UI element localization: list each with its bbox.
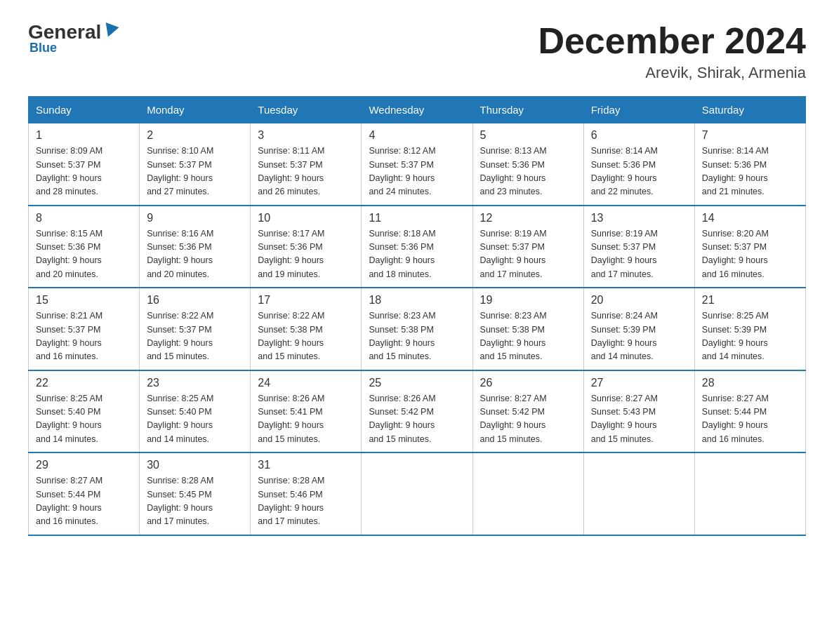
day-number: 12 bbox=[480, 212, 576, 224]
calendar-cell: 31Sunrise: 8:28 AMSunset: 5:46 PMDayligh… bbox=[251, 452, 362, 535]
day-number: 3 bbox=[258, 129, 354, 142]
calendar-week-row: 22Sunrise: 8:25 AMSunset: 5:40 PMDayligh… bbox=[29, 370, 806, 453]
day-number: 13 bbox=[591, 212, 687, 224]
day-number: 16 bbox=[147, 294, 243, 307]
calendar-cell: 29Sunrise: 8:27 AMSunset: 5:44 PMDayligh… bbox=[29, 452, 140, 535]
calendar-cell: 19Sunrise: 8:23 AMSunset: 5:38 PMDayligh… bbox=[472, 288, 583, 370]
day-info: Sunrise: 8:12 AMSunset: 5:37 PMDaylight:… bbox=[369, 146, 435, 196]
day-number: 11 bbox=[369, 212, 465, 224]
calendar-week-row: 15Sunrise: 8:21 AMSunset: 5:37 PMDayligh… bbox=[29, 288, 806, 370]
weekday-header-wednesday: Wednesday bbox=[362, 97, 472, 123]
day-info: Sunrise: 8:27 AMSunset: 5:43 PMDaylight:… bbox=[591, 394, 658, 444]
calendar-cell: 7Sunrise: 8:14 AMSunset: 5:36 PMDaylight… bbox=[694, 123, 805, 206]
calendar-week-row: 29Sunrise: 8:27 AMSunset: 5:44 PMDayligh… bbox=[29, 452, 806, 535]
day-info: Sunrise: 8:25 AMSunset: 5:40 PMDaylight:… bbox=[36, 394, 102, 444]
day-info: Sunrise: 8:26 AMSunset: 5:41 PMDaylight:… bbox=[258, 394, 324, 444]
weekday-header-thursday: Thursday bbox=[472, 97, 583, 123]
day-number: 30 bbox=[147, 459, 243, 471]
calendar-cell: 8Sunrise: 8:15 AMSunset: 5:36 PMDaylight… bbox=[29, 206, 140, 288]
calendar-cell: 18Sunrise: 8:23 AMSunset: 5:38 PMDayligh… bbox=[362, 288, 472, 370]
calendar-cell: 27Sunrise: 8:27 AMSunset: 5:43 PMDayligh… bbox=[583, 370, 694, 453]
day-info: Sunrise: 8:19 AMSunset: 5:37 PMDaylight:… bbox=[591, 229, 658, 279]
day-info: Sunrise: 8:24 AMSunset: 5:39 PMDaylight:… bbox=[591, 311, 658, 361]
day-number: 25 bbox=[369, 377, 465, 389]
day-number: 27 bbox=[591, 377, 687, 389]
location-subtitle: Arevik, Shirak, Armenia bbox=[538, 64, 806, 82]
calendar-cell: 15Sunrise: 8:21 AMSunset: 5:37 PMDayligh… bbox=[29, 288, 140, 370]
calendar-cell: 14Sunrise: 8:20 AMSunset: 5:37 PMDayligh… bbox=[694, 206, 805, 288]
day-info: Sunrise: 8:23 AMSunset: 5:38 PMDaylight:… bbox=[480, 311, 547, 361]
calendar-cell: 4Sunrise: 8:12 AMSunset: 5:37 PMDaylight… bbox=[362, 123, 472, 206]
calendar-cell: 11Sunrise: 8:18 AMSunset: 5:36 PMDayligh… bbox=[362, 206, 472, 288]
calendar-week-row: 1Sunrise: 8:09 AMSunset: 5:37 PMDaylight… bbox=[29, 123, 806, 206]
calendar-cell bbox=[694, 452, 805, 535]
calendar-week-row: 8Sunrise: 8:15 AMSunset: 5:36 PMDaylight… bbox=[29, 206, 806, 288]
day-info: Sunrise: 8:28 AMSunset: 5:45 PMDaylight:… bbox=[147, 476, 213, 526]
day-number: 8 bbox=[36, 212, 132, 224]
day-info: Sunrise: 8:25 AMSunset: 5:39 PMDaylight:… bbox=[702, 311, 769, 361]
day-info: Sunrise: 8:23 AMSunset: 5:38 PMDaylight:… bbox=[369, 311, 435, 361]
calendar-cell: 13Sunrise: 8:19 AMSunset: 5:37 PMDayligh… bbox=[583, 206, 694, 288]
day-number: 19 bbox=[480, 294, 576, 307]
calendar-cell: 23Sunrise: 8:25 AMSunset: 5:40 PMDayligh… bbox=[140, 370, 251, 453]
calendar-cell: 30Sunrise: 8:28 AMSunset: 5:45 PMDayligh… bbox=[140, 452, 251, 535]
day-number: 29 bbox=[36, 459, 132, 471]
logo-triangle-icon bbox=[102, 22, 119, 39]
title-area: December 2024 Arevik, Shirak, Armenia bbox=[538, 21, 806, 82]
weekday-header-friday: Friday bbox=[583, 97, 694, 123]
calendar-cell: 25Sunrise: 8:26 AMSunset: 5:42 PMDayligh… bbox=[362, 370, 472, 453]
calendar-cell: 9Sunrise: 8:16 AMSunset: 5:36 PMDaylight… bbox=[140, 206, 251, 288]
day-number: 4 bbox=[369, 129, 465, 142]
day-info: Sunrise: 8:18 AMSunset: 5:36 PMDaylight:… bbox=[369, 229, 435, 279]
calendar-cell bbox=[472, 452, 583, 535]
day-info: Sunrise: 8:27 AMSunset: 5:44 PMDaylight:… bbox=[702, 394, 769, 444]
weekday-header-tuesday: Tuesday bbox=[251, 97, 362, 123]
calendar-table: SundayMondayTuesdayWednesdayThursdayFrid… bbox=[28, 96, 806, 536]
day-info: Sunrise: 8:26 AMSunset: 5:42 PMDaylight:… bbox=[369, 394, 435, 444]
day-number: 7 bbox=[702, 129, 798, 142]
calendar-cell: 16Sunrise: 8:22 AMSunset: 5:37 PMDayligh… bbox=[140, 288, 251, 370]
day-info: Sunrise: 8:13 AMSunset: 5:36 PMDaylight:… bbox=[480, 146, 547, 196]
logo-blue-text: Blue bbox=[29, 41, 57, 55]
day-number: 24 bbox=[258, 377, 354, 389]
day-number: 9 bbox=[147, 212, 243, 224]
day-number: 10 bbox=[258, 212, 354, 224]
day-number: 1 bbox=[36, 129, 132, 142]
day-info: Sunrise: 8:14 AMSunset: 5:36 PMDaylight:… bbox=[702, 146, 769, 196]
day-info: Sunrise: 8:22 AMSunset: 5:37 PMDaylight:… bbox=[147, 311, 213, 361]
page-title: December 2024 bbox=[538, 21, 806, 61]
day-info: Sunrise: 8:25 AMSunset: 5:40 PMDaylight:… bbox=[147, 394, 213, 444]
day-info: Sunrise: 8:20 AMSunset: 5:37 PMDaylight:… bbox=[702, 229, 769, 279]
day-number: 14 bbox=[702, 212, 798, 224]
calendar-cell: 3Sunrise: 8:11 AMSunset: 5:37 PMDaylight… bbox=[251, 123, 362, 206]
logo: General Blue bbox=[28, 21, 117, 55]
day-info: Sunrise: 8:14 AMSunset: 5:36 PMDaylight:… bbox=[591, 146, 658, 196]
day-info: Sunrise: 8:27 AMSunset: 5:42 PMDaylight:… bbox=[480, 394, 547, 444]
page-header: General Blue December 2024 Arevik, Shira… bbox=[28, 21, 806, 82]
day-number: 26 bbox=[480, 377, 576, 389]
weekday-header-row: SundayMondayTuesdayWednesdayThursdayFrid… bbox=[29, 97, 806, 123]
calendar-cell bbox=[362, 452, 472, 535]
calendar-cell: 10Sunrise: 8:17 AMSunset: 5:36 PMDayligh… bbox=[251, 206, 362, 288]
day-number: 18 bbox=[369, 294, 465, 307]
calendar-cell: 5Sunrise: 8:13 AMSunset: 5:36 PMDaylight… bbox=[472, 123, 583, 206]
day-number: 22 bbox=[36, 377, 132, 389]
day-number: 31 bbox=[258, 459, 354, 471]
day-number: 6 bbox=[591, 129, 687, 142]
calendar-cell: 2Sunrise: 8:10 AMSunset: 5:37 PMDaylight… bbox=[140, 123, 251, 206]
day-info: Sunrise: 8:11 AMSunset: 5:37 PMDaylight:… bbox=[258, 146, 324, 196]
day-number: 23 bbox=[147, 377, 243, 389]
calendar-cell: 6Sunrise: 8:14 AMSunset: 5:36 PMDaylight… bbox=[583, 123, 694, 206]
day-info: Sunrise: 8:27 AMSunset: 5:44 PMDaylight:… bbox=[36, 476, 102, 526]
day-info: Sunrise: 8:21 AMSunset: 5:37 PMDaylight:… bbox=[36, 311, 102, 361]
calendar-cell bbox=[583, 452, 694, 535]
calendar-cell: 1Sunrise: 8:09 AMSunset: 5:37 PMDaylight… bbox=[29, 123, 140, 206]
weekday-header-sunday: Sunday bbox=[29, 97, 140, 123]
day-info: Sunrise: 8:09 AMSunset: 5:37 PMDaylight:… bbox=[36, 146, 102, 196]
day-info: Sunrise: 8:10 AMSunset: 5:37 PMDaylight:… bbox=[147, 146, 213, 196]
day-info: Sunrise: 8:22 AMSunset: 5:38 PMDaylight:… bbox=[258, 311, 324, 361]
day-info: Sunrise: 8:17 AMSunset: 5:36 PMDaylight:… bbox=[258, 229, 324, 279]
day-info: Sunrise: 8:28 AMSunset: 5:46 PMDaylight:… bbox=[258, 476, 324, 526]
calendar-cell: 22Sunrise: 8:25 AMSunset: 5:40 PMDayligh… bbox=[29, 370, 140, 453]
day-number: 15 bbox=[36, 294, 132, 307]
